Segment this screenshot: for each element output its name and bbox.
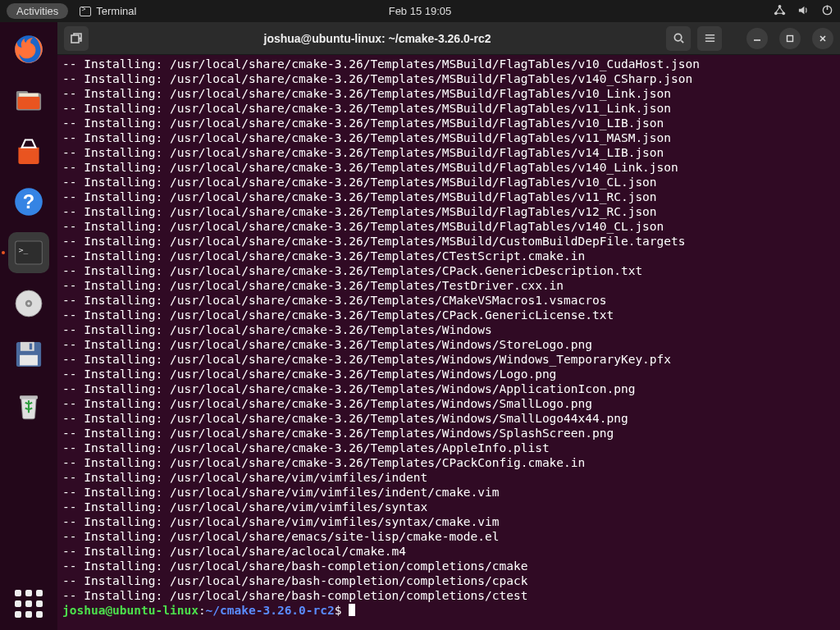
- output-line: -- Installing: /usr/local/share/cmake-3.…: [62, 145, 835, 160]
- titlebar: joshua@ubuntu-linux: ~/cmake-3.26.0-rc2: [57, 22, 840, 55]
- terminal-output[interactable]: -- Installing: /usr/local/share/cmake-3.…: [57, 55, 840, 630]
- svg-rect-22: [20, 395, 38, 399]
- output-line: -- Installing: /usr/local/share/vim/vimf…: [62, 514, 835, 529]
- output-line: -- Installing: /usr/local/share/cmake-3.…: [62, 337, 835, 352]
- output-line: -- Installing: /usr/local/share/bash-com…: [62, 559, 835, 573]
- volume-icon[interactable]: [797, 4, 810, 19]
- output-line: -- Installing: /usr/local/share/cmake-3.…: [62, 234, 835, 249]
- output-line: -- Installing: /usr/local/share/cmake-3.…: [62, 204, 835, 219]
- output-line: -- Installing: /usr/local/share/cmake-3.…: [62, 86, 835, 101]
- terminal-window: joshua@ubuntu-linux: ~/cmake-3.26.0-rc2 …: [57, 22, 840, 630]
- svg-rect-25: [788, 35, 793, 41]
- output-line: -- Installing: /usr/local/share/cmake-3.…: [62, 367, 835, 381]
- prompt-cwd: ~/cmake-3.26.0-rc2: [206, 604, 335, 617]
- app-menu-label: Terminal: [96, 5, 136, 17]
- svg-rect-23: [71, 35, 79, 43]
- output-line: -- Installing: /usr/local/share/cmake-3.…: [62, 308, 835, 322]
- terminal-icon: [80, 7, 91, 16]
- clock[interactable]: Feb 15 19:05: [389, 5, 452, 17]
- dock-files[interactable]: [8, 80, 49, 121]
- search-button[interactable]: [666, 26, 691, 51]
- svg-rect-20: [30, 344, 32, 350]
- output-line: -- Installing: /usr/local/share/bash-com…: [62, 573, 835, 588]
- output-line: -- Installing: /usr/local/share/cmake-3.…: [62, 219, 835, 234]
- output-line: -- Installing: /usr/local/share/cmake-3.…: [62, 455, 835, 470]
- svg-rect-4: [827, 5, 829, 10]
- dock-software[interactable]: [8, 130, 49, 171]
- output-line: -- Installing: /usr/local/share/cmake-3.…: [62, 101, 835, 116]
- output-line: -- Installing: /usr/local/share/cmake-3.…: [62, 71, 835, 86]
- output-line: -- Installing: /usr/local/share/cmake-3.…: [62, 396, 835, 411]
- dock-firefox[interactable]: [8, 29, 49, 70]
- output-line: -- Installing: /usr/local/share/cmake-3.…: [62, 116, 835, 130]
- output-line: -- Installing: /usr/local/share/cmake-3.…: [62, 322, 835, 337]
- app-menu[interactable]: Terminal: [80, 5, 136, 17]
- svg-rect-8: [18, 97, 40, 109]
- show-applications[interactable]: [12, 587, 45, 620]
- power-icon[interactable]: [821, 4, 833, 19]
- dock: ? >_: [0, 22, 57, 630]
- svg-rect-21: [20, 355, 38, 366]
- prompt-line[interactable]: joshua@ubuntu-linux:~/cmake-3.26.0-rc2$: [62, 603, 835, 618]
- output-line: -- Installing: /usr/local/share/cmake-3.…: [62, 130, 835, 145]
- output-line: -- Installing: /usr/local/share/cmake-3.…: [62, 426, 835, 441]
- output-line: -- Installing: /usr/local/share/cmake-3.…: [62, 352, 835, 367]
- output-line: -- Installing: /usr/local/share/cmake-3.…: [62, 441, 835, 455]
- output-line: -- Installing: /usr/local/share/bash-com…: [62, 588, 835, 603]
- maximize-button[interactable]: [779, 28, 801, 49]
- output-line: -- Installing: /usr/local/share/cmake-3.…: [62, 160, 835, 175]
- prompt-userhost: joshua@ubuntu-linux: [62, 604, 199, 617]
- dock-trash[interactable]: [8, 385, 49, 426]
- output-line: -- Installing: /usr/local/share/cmake-3.…: [62, 57, 835, 71]
- svg-rect-9: [19, 94, 39, 97]
- output-line: -- Installing: /usr/local/share/cmake-3.…: [62, 263, 835, 278]
- output-line: -- Installing: /usr/local/share/cmake-3.…: [62, 278, 835, 293]
- activities-button[interactable]: Activities: [7, 3, 68, 19]
- output-line: -- Installing: /usr/local/share/cmake-3.…: [62, 189, 835, 204]
- output-line: -- Installing: /usr/local/share/vim/vimf…: [62, 470, 835, 485]
- output-line: -- Installing: /usr/local/share/emacs/si…: [62, 529, 835, 544]
- close-button[interactable]: [812, 28, 833, 49]
- output-line: -- Installing: /usr/local/share/aclocal/…: [62, 544, 835, 559]
- dock-disc[interactable]: [8, 283, 49, 324]
- svg-text:>_: >_: [19, 245, 29, 254]
- output-line: -- Installing: /usr/local/share/cmake-3.…: [62, 249, 835, 263]
- output-line: -- Installing: /usr/local/share/vim/vimf…: [62, 500, 835, 514]
- gnome-top-bar: Activities Terminal Feb 15 19:05: [0, 0, 840, 22]
- dock-help[interactable]: ?: [8, 181, 49, 222]
- minimize-button[interactable]: [746, 28, 768, 49]
- output-line: -- Installing: /usr/local/share/vim/vimf…: [62, 485, 835, 500]
- output-line: -- Installing: /usr/local/share/cmake-3.…: [62, 293, 835, 308]
- network-icon[interactable]: [774, 4, 786, 19]
- hamburger-menu-button[interactable]: [697, 26, 722, 51]
- svg-text:?: ?: [23, 191, 34, 212]
- dock-save[interactable]: [8, 334, 49, 375]
- window-title: joshua@ubuntu-linux: ~/cmake-3.26.0-rc2: [95, 32, 660, 45]
- new-tab-button[interactable]: [64, 26, 89, 51]
- output-line: -- Installing: /usr/local/share/cmake-3.…: [62, 411, 835, 426]
- cursor: [349, 604, 355, 616]
- svg-point-24: [674, 34, 681, 40]
- dock-terminal[interactable]: >_: [8, 232, 49, 273]
- svg-point-17: [27, 302, 30, 304]
- output-line: -- Installing: /usr/local/share/cmake-3.…: [62, 175, 835, 189]
- output-line: -- Installing: /usr/local/share/cmake-3.…: [62, 381, 835, 396]
